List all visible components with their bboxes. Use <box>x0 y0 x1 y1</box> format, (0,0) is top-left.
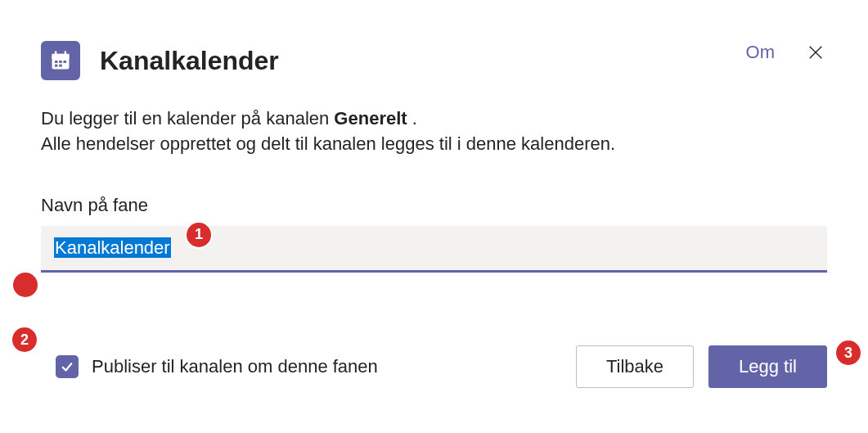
close-button[interactable] <box>804 41 827 64</box>
svg-rect-3 <box>65 51 66 56</box>
svg-rect-4 <box>55 61 58 63</box>
add-button[interactable]: Legg til <box>708 345 827 388</box>
description-line-2: Alle hendelser opprettet og delt til kan… <box>41 132 827 157</box>
tab-name-input[interactable]: Kanalkalender 1 <box>41 226 827 273</box>
dialog-header: Kanalkalender Om <box>41 41 827 80</box>
close-icon <box>807 43 825 61</box>
svg-rect-2 <box>55 51 56 56</box>
tab-name-label: Navn på fane <box>41 195 827 216</box>
svg-rect-1 <box>52 54 70 59</box>
post-to-channel-label: Publiser til kanalen om denne fanen <box>92 356 378 377</box>
tab-name-field-block: Navn på fane Kanalkalender 1 <box>41 195 827 273</box>
annotation-badge-1: 1 <box>187 223 211 247</box>
svg-rect-8 <box>59 65 62 67</box>
channel-name: Generelt <box>334 108 407 129</box>
desc-prefix: Du legger til en kalender på kanalen <box>41 108 334 129</box>
about-link[interactable]: Om <box>746 42 775 63</box>
checkmark-icon <box>60 359 74 374</box>
desc-suffix: . <box>407 108 417 129</box>
dialog-title: Kanalkalender <box>100 46 279 76</box>
header-actions: Om <box>746 41 827 64</box>
tab-name-value: Kanalkalender <box>54 237 171 258</box>
channel-calendar-dialog: Kanalkalender Om Du legger til en kalend… <box>0 0 868 433</box>
post-to-channel-option[interactable]: Publiser til kanalen om denne fanen <box>56 355 378 378</box>
back-button[interactable]: Tilbake <box>576 345 694 388</box>
svg-rect-6 <box>64 61 67 63</box>
description-line-1: Du legger til en kalender på kanalen Gen… <box>41 106 827 132</box>
dialog-footer: Publiser til kanalen om denne fanen Tilb… <box>41 345 827 388</box>
post-to-channel-checkbox[interactable] <box>56 355 79 378</box>
dialog-description: Du legger til en kalender på kanalen Gen… <box>41 106 827 157</box>
annotation-badge-3: 3 <box>836 341 861 365</box>
svg-rect-5 <box>59 61 62 63</box>
svg-rect-7 <box>55 65 58 67</box>
calendar-app-icon <box>41 41 80 80</box>
annotation-badge-2: 2 <box>12 327 37 352</box>
